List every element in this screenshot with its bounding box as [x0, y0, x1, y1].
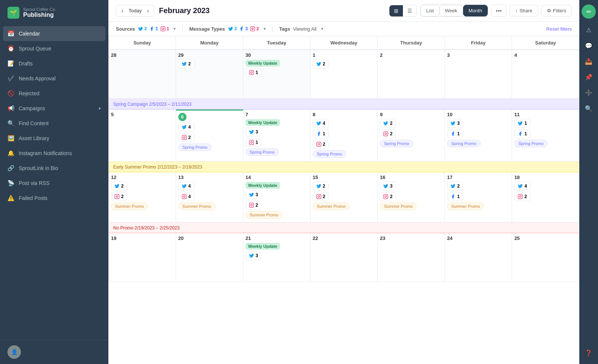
day-number: 13: [178, 175, 241, 180]
post-count-tw[interactable]: 3: [246, 251, 262, 260]
sidebar-item-failed-posts[interactable]: ⚠️ Failed Posts: [0, 191, 108, 206]
post-count-ig[interactable]: 1: [246, 138, 262, 147]
post-count-fb[interactable]: 1: [313, 129, 329, 138]
day-header-thursday: Thursday: [377, 36, 445, 50]
count: 3: [390, 183, 392, 189]
post-count-tw[interactable]: 2: [380, 119, 396, 128]
post-count-fb[interactable]: 1: [514, 129, 530, 138]
compose-button[interactable]: ✏: [582, 4, 596, 19]
view-icon-toggle: ⊞ ☰: [389, 5, 417, 17]
svg-point-8: [252, 71, 253, 71]
sidebar-item-find-content[interactable]: 🔍 Find Content: [0, 116, 108, 131]
weekly-update-event[interactable]: Weekly Update: [246, 119, 280, 126]
post-count-tw[interactable]: 4: [178, 123, 194, 132]
summer-promo-tag: Summer Promo: [246, 211, 283, 219]
post-count-ig[interactable]: 2: [178, 133, 194, 142]
day-number: 28: [111, 52, 173, 58]
add-circle-icon[interactable]: ➕: [582, 86, 595, 99]
app-logo: 🌱: [7, 7, 19, 19]
post-count-ig[interactable]: 2: [313, 140, 329, 149]
list-view-button[interactable]: ☰: [403, 5, 417, 16]
post-count-ig[interactable]: 1: [246, 68, 262, 77]
list-tab-button[interactable]: List: [420, 5, 439, 16]
post-count-ig[interactable]: 2: [380, 129, 396, 138]
post-count-ig[interactable]: 2: [514, 192, 530, 201]
help-icon[interactable]: ❓: [582, 346, 595, 360]
count: 2: [524, 194, 527, 199]
post-count-ig[interactable]: 2: [313, 192, 329, 201]
day-header-saturday: Saturday: [512, 36, 579, 50]
post-count-tw[interactable]: 2: [111, 182, 127, 191]
post-count-ig[interactable]: 2: [246, 201, 262, 210]
post-count-tw[interactable]: 2: [313, 59, 329, 68]
nopromo-campaign-banner[interactable]: No Promo 2/19/2023 – 2/25/2023: [109, 222, 579, 233]
brand-info: Sprout Coffee Co. Publishing: [23, 7, 56, 18]
post-count-tw[interactable]: 3: [246, 190, 262, 199]
count: 1: [524, 131, 527, 136]
more-options-button[interactable]: •••: [491, 4, 507, 17]
post-count-tw[interactable]: 2: [447, 182, 463, 191]
month-title: February 2023: [159, 6, 210, 15]
inbox-icon[interactable]: 📥: [582, 55, 595, 68]
post-count-fb[interactable]: 1: [447, 129, 463, 138]
today-button[interactable]: Today: [127, 7, 143, 14]
sidebar-item-post-rss[interactable]: 📡 Post via RSS: [0, 176, 108, 191]
sidebar-item-instagram-notifications[interactable]: 🔔 Instagram Notifications: [0, 146, 108, 161]
sidebar-item-asset-library[interactable]: 🖼️ Asset Library: [0, 131, 108, 146]
post-count-ig[interactable]: 2: [380, 192, 396, 201]
share-button[interactable]: ↑ Share: [509, 5, 538, 16]
summer-campaign-banner[interactable]: Early Summer Promo 2/12/2023 – 2/18/2023: [109, 161, 579, 172]
library-icon: 🖼️: [7, 135, 14, 142]
weekly-update-event[interactable]: Weekly Update: [246, 243, 280, 250]
count: 4: [188, 183, 191, 189]
post-count-tw[interactable]: 2: [178, 59, 194, 68]
sidebar-item-needs-approval[interactable]: ✔️ Needs Approval: [0, 71, 108, 86]
reset-filters-button[interactable]: Reset filters: [546, 26, 572, 32]
alert-icon[interactable]: ⚠: [582, 23, 595, 37]
sidebar-item-rejected[interactable]: 🚫 Rejected: [0, 86, 108, 101]
spring-campaign-banner[interactable]: Spring Campaign 2/5/2023 – 2/11/2023: [109, 99, 579, 109]
post-count-tw[interactable]: 3: [246, 127, 262, 136]
post-count-tw[interactable]: 3: [447, 119, 463, 128]
calendar-icon: 📅: [7, 30, 14, 37]
search-icon[interactable]: 🔍: [582, 102, 595, 115]
sidebar-item-calendar[interactable]: 📅 Calendar: [3, 26, 105, 41]
view-text-toggle: List Week Month: [420, 4, 488, 17]
post-count-tw[interactable]: 1: [514, 119, 530, 128]
post-count-ig[interactable]: 2: [111, 192, 127, 201]
avatar[interactable]: 👤: [7, 345, 21, 359]
sources-filter[interactable]: Sources 2 1 1 ▾: [116, 26, 176, 32]
sidebar-item-label: Post via RSS: [19, 180, 49, 186]
day-number: 11: [514, 112, 577, 117]
grid-view-button[interactable]: ⊞: [389, 5, 403, 16]
tags-chevron-icon: ▾: [321, 26, 323, 31]
post-count-fb[interactable]: 1: [447, 192, 463, 201]
sidebar-item-sproutlink[interactable]: 🔗 SproutLink in Bio: [0, 161, 108, 176]
month-tab-button[interactable]: Month: [463, 5, 488, 16]
week-tab-button[interactable]: Week: [440, 5, 463, 16]
filters-button[interactable]: ⚙ Filters: [541, 5, 572, 16]
post-count-tw[interactable]: 3: [380, 182, 396, 191]
spring-promo-tag: Spring Promo: [447, 140, 480, 147]
sidebar-item-campaigns[interactable]: 📢 Campaigns ▾: [0, 101, 108, 116]
svg-point-2: [164, 27, 164, 28]
weekly-update-event[interactable]: Weekly Update: [246, 60, 280, 67]
message-types-filter[interactable]: Message Types 3 3 2 ▾: [189, 26, 266, 32]
weekly-update-event[interactable]: Weekly Update: [246, 182, 280, 189]
post-count-tw[interactable]: 4: [178, 182, 194, 191]
next-button[interactable]: ›: [145, 7, 151, 15]
post-count-tw[interactable]: 2: [313, 182, 329, 191]
svg-point-32: [320, 195, 320, 195]
mt-chevron-icon: ▾: [263, 26, 266, 31]
tags-filter[interactable]: Tags Viewing All ▾: [279, 26, 323, 32]
pin-icon[interactable]: 📌: [582, 70, 595, 84]
prev-button[interactable]: ‹: [119, 7, 126, 15]
post-count-ig[interactable]: 4: [178, 192, 194, 201]
sidebar-item-sprout-queue[interactable]: ⏰ Sprout Queue: [0, 41, 108, 56]
post-count-tw[interactable]: 4: [313, 119, 329, 128]
sidebar-item-drafts[interactable]: 📝 Drafts: [0, 56, 108, 71]
messages-icon[interactable]: 💬: [582, 39, 595, 52]
summer-promo-tag: Summer Promo: [447, 203, 484, 210]
post-count-tw[interactable]: 4: [514, 182, 530, 191]
count: 3: [457, 121, 460, 126]
